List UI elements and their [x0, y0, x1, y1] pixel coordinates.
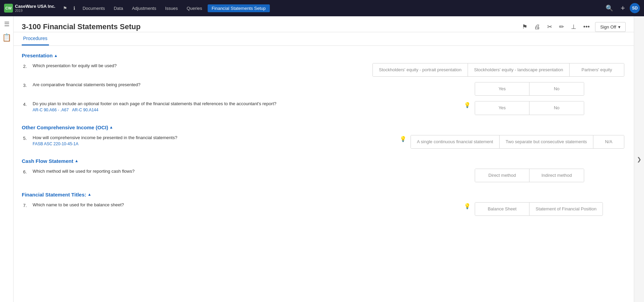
nav-data[interactable]: Data: [110, 4, 126, 12]
question-4-text: Do you plan to include an optional foote…: [33, 101, 460, 106]
option-direct-method[interactable]: Direct method: [475, 169, 529, 182]
question-4-num: 4.: [23, 101, 30, 107]
question-5-links: FASB ASC 220-10-45-1A: [33, 141, 396, 146]
option-partners-equity[interactable]: Partners' equity: [570, 63, 624, 76]
more-button[interactable]: •••: [582, 22, 591, 32]
question-4-text-block: Do you plan to include an optional foote…: [33, 101, 460, 112]
top-navigation: CW CaseWare USA Inc. 2019 ⚑ ℹ Documents …: [0, 0, 644, 16]
nav-documents[interactable]: Documents: [79, 4, 108, 12]
option-q3-no[interactable]: No: [529, 82, 584, 95]
option-q4-yes[interactable]: Yes: [475, 101, 529, 114]
app-icon: CW: [4, 4, 13, 13]
question-3-text-block: Are comparative financial statements bei…: [33, 82, 475, 89]
question-4-options: Yes No: [475, 101, 624, 115]
main-layout: ☰ 📋 3-100 Financial Statements Setup ⚑ 🖨…: [0, 16, 644, 302]
section-oci: Other Comprehensive Income (OCI) ▴ 5. Ho…: [22, 125, 626, 149]
question-5-row: 5. How will comprehensive income be pres…: [22, 135, 626, 149]
info-nav-icon[interactable]: ℹ: [71, 5, 77, 11]
question-5-hint-icon[interactable]: 💡: [400, 135, 406, 142]
main-content: Presentation ▴ 2. Which presentation for…: [14, 46, 634, 302]
nav-queries[interactable]: Queries: [183, 4, 206, 12]
section-cash-flow: Cash Flow Statement ▴ 6. Which method wi…: [22, 158, 626, 182]
link-fasb-220[interactable]: FASB ASC 220-10-45-1A: [33, 141, 79, 146]
option-q4-no[interactable]: No: [529, 101, 584, 114]
question-2-options: Stockholders' equity - portrait presenta…: [372, 63, 624, 77]
question-2-option-group: Stockholders' equity - portrait presenta…: [372, 63, 624, 77]
document-list-icon[interactable]: 📋: [2, 33, 11, 42]
option-q3-yes[interactable]: Yes: [475, 82, 529, 95]
question-5-num: 5.: [23, 135, 30, 141]
question-5-text-block: How will comprehensive income be present…: [33, 135, 396, 146]
split-button[interactable]: ⊥: [570, 22, 578, 32]
question-5-text: How will comprehensive income be present…: [33, 135, 396, 140]
question-2-text-block: Which presentation for equity will be us…: [33, 63, 372, 70]
option-statement-financial-position[interactable]: Statement of Financial Position: [529, 203, 603, 215]
section-cash-flow-title: Cash Flow Statement ▴: [22, 158, 626, 164]
oci-collapse-icon[interactable]: ▴: [110, 125, 112, 130]
page-title: 3-100 Financial Statements Setup: [22, 22, 141, 31]
question-6-text: Which method will be used for reporting …: [33, 169, 475, 174]
right-panel-toggle[interactable]: ❯: [637, 156, 641, 163]
option-stockholders-portrait[interactable]: Stockholders' equity - portrait presenta…: [373, 63, 468, 76]
page-header: 3-100 Financial Statements Setup ⚑ 🖨 ✂ ✏…: [14, 16, 634, 32]
question-7-text: Which name to be used for the balance sh…: [33, 202, 460, 207]
section-fs-titles-title: Financial Statement Titles: ▴: [22, 192, 626, 197]
option-na[interactable]: N/A: [593, 135, 624, 148]
fs-titles-collapse-icon[interactable]: ▴: [88, 192, 90, 197]
edit-button[interactable]: ✏: [558, 22, 565, 32]
question-2-num: 2.: [23, 63, 30, 69]
question-5-options: A single continuous financial statement …: [411, 135, 624, 149]
brand-year: 2019: [15, 9, 22, 13]
question-7-options: Balance Sheet Statement of Financial Pos…: [475, 202, 624, 216]
question-6-text-block: Which method will be used for reporting …: [33, 169, 475, 175]
question-7-hint-icon[interactable]: 💡: [464, 202, 471, 209]
option-stockholders-landscape[interactable]: Stockholders' equity - landscape present…: [468, 63, 570, 76]
flag-button[interactable]: ⚑: [521, 22, 529, 32]
tab-procedures[interactable]: Procedures: [22, 32, 49, 45]
option-indirect-method[interactable]: Indirect method: [529, 169, 584, 182]
header-actions: ⚑ 🖨 ✂ ✏ ⊥ ••• Sign Off ▾: [521, 22, 626, 32]
question-6-options: Direct method Indirect method: [475, 169, 624, 182]
hamburger-icon[interactable]: ☰: [4, 20, 10, 28]
question-6-row: 6. Which method will be used for reporti…: [22, 169, 626, 182]
section-presentation-title: Presentation ▴: [22, 53, 626, 58]
plus-icon[interactable]: +: [618, 2, 628, 14]
question-2-row: 2. Which presentation for equity will be…: [22, 63, 626, 77]
presentation-collapse-icon[interactable]: ▴: [55, 53, 57, 58]
question-6-option-group: Direct method Indirect method: [475, 169, 584, 182]
right-panel: ❯: [634, 16, 644, 302]
question-5-option-group: A single continuous financial statement …: [411, 135, 624, 149]
content-area: 3-100 Financial Statements Setup ⚑ 🖨 ✂ ✏…: [14, 16, 634, 302]
question-7-row: 7. Which name to be used for the balance…: [22, 202, 626, 216]
option-two-separate[interactable]: Two separate but consecutive statements: [500, 135, 593, 148]
cash-flow-collapse-icon[interactable]: ▴: [75, 158, 77, 163]
link-arc-90-a144[interactable]: AR-C 90.A144: [72, 108, 98, 112]
question-3-option-group: Yes No: [475, 82, 584, 96]
question-7-text-block: Which name to be used for the balance sh…: [33, 202, 460, 209]
nav-adjustments[interactable]: Adjustments: [128, 4, 160, 12]
brand-info: CaseWare USA Inc. 2019: [15, 4, 55, 13]
flag-nav-icon[interactable]: ⚑: [61, 5, 69, 11]
question-7-num: 7.: [23, 202, 30, 208]
option-single-continuous[interactable]: A single continuous financial statement: [411, 135, 500, 148]
sidebar-toggle: ☰ 📋: [0, 16, 14, 302]
tools-button[interactable]: ✂: [546, 22, 554, 32]
question-2-text: Which presentation for equity will be us…: [33, 63, 372, 68]
print-button[interactable]: 🖨: [533, 22, 542, 32]
question-4-option-group: Yes No: [475, 101, 584, 115]
link-arc-90-a66[interactable]: AR-C 90.A66 - .A67: [33, 108, 69, 112]
question-4-row: 4. Do you plan to include an optional fo…: [22, 101, 626, 115]
user-avatar[interactable]: SD: [630, 3, 640, 13]
question-6-num: 6.: [23, 169, 30, 174]
section-oci-title: Other Comprehensive Income (OCI) ▴: [22, 125, 626, 130]
search-icon[interactable]: 🔍: [603, 3, 616, 13]
question-3-text: Are comparative financial statements bei…: [33, 82, 475, 87]
option-balance-sheet[interactable]: Balance Sheet: [475, 203, 529, 215]
tabs-row: Procedures: [14, 32, 634, 46]
nav-issues[interactable]: Issues: [162, 4, 181, 12]
question-3-options: Yes No: [475, 82, 624, 96]
question-7-option-group: Balance Sheet Statement of Financial Pos…: [475, 202, 603, 216]
nav-financial-statements-setup[interactable]: Financial Statements Setup: [208, 4, 270, 12]
question-4-hint-icon[interactable]: 💡: [464, 101, 471, 108]
sign-off-button[interactable]: Sign Off ▾: [595, 22, 626, 32]
